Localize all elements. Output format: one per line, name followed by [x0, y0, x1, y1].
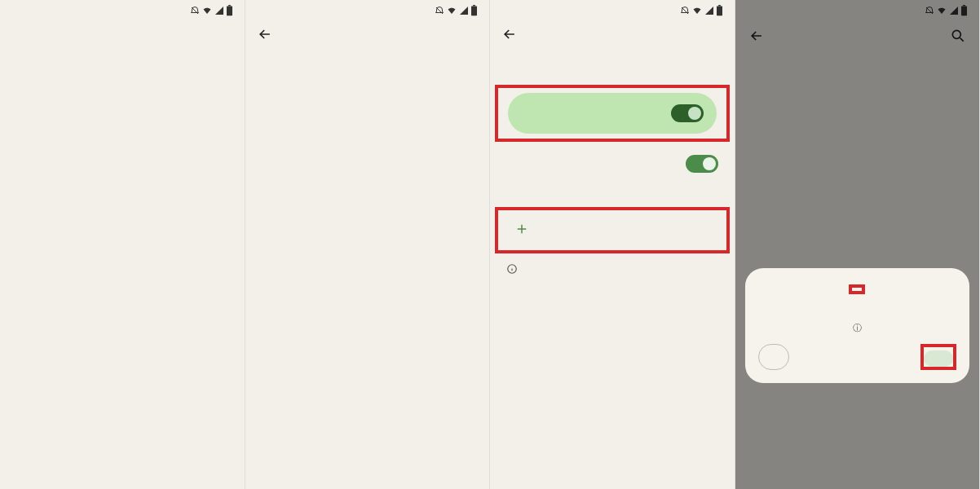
use-live-translate-highlight: [495, 85, 730, 142]
svg-rect-8: [963, 5, 965, 6]
appbar: [735, 20, 980, 55]
back-icon[interactable]: [501, 26, 518, 42]
status-bar: [490, 0, 735, 20]
system-settings-screen: [245, 0, 491, 489]
language-details-sheet: ⓘ: [745, 268, 970, 383]
svg-rect-4: [717, 6, 722, 15]
page-title: [245, 44, 490, 85]
status-icons: [680, 5, 723, 19]
battery-icon: [716, 5, 723, 19]
translate-to-row[interactable]: [490, 181, 735, 196]
settings-main-screen: [0, 0, 245, 489]
svg-rect-2: [471, 6, 477, 15]
toggle-on-icon[interactable]: [686, 155, 718, 173]
page-title: [490, 44, 735, 85]
live-translate-screen: [490, 0, 735, 489]
appbar: [490, 20, 735, 44]
info-icon: [506, 267, 518, 276]
back-icon[interactable]: [748, 28, 765, 47]
battery-icon: [960, 5, 968, 19]
svg-rect-7: [961, 6, 967, 15]
dnd-icon: [680, 6, 690, 18]
sheet-language-title: [849, 284, 865, 294]
dnd-icon: [190, 6, 200, 18]
sheet-info: ⓘ: [758, 317, 957, 344]
status-bar: [245, 0, 490, 20]
wifi-icon: [691, 6, 703, 18]
dnd-icon: [435, 6, 444, 18]
settings-list: [0, 20, 245, 28]
signal-icon: [459, 6, 469, 18]
add-language-button[interactable]: [498, 210, 726, 250]
wifi-only-row[interactable]: [490, 147, 735, 181]
status-icons: [190, 5, 233, 19]
signal-icon: [704, 6, 714, 18]
battery-icon: [470, 5, 478, 19]
sheet-actions: [758, 344, 957, 370]
back-icon[interactable]: [257, 26, 273, 42]
system-list: [245, 85, 490, 93]
use-live-translate-toggle-row[interactable]: [508, 93, 717, 134]
battery-icon: [226, 5, 233, 19]
add-language-button[interactable]: [924, 350, 953, 367]
status-bar: [0, 0, 245, 20]
signal-icon: [214, 6, 224, 18]
svg-rect-3: [473, 5, 475, 6]
svg-rect-0: [227, 6, 232, 15]
cancel-button[interactable]: [758, 344, 789, 370]
info-icon: ⓘ: [853, 323, 862, 333]
toggle-on-icon[interactable]: [671, 104, 704, 122]
wifi-icon: [936, 6, 947, 18]
svg-rect-1: [228, 5, 231, 6]
appbar: [245, 20, 490, 44]
add-language-highlight: [495, 207, 730, 253]
status-icons: [435, 5, 478, 19]
features-grid: [758, 309, 957, 317]
translate-from-header: [490, 196, 735, 205]
wifi-icon: [446, 6, 457, 18]
wifi-icon: [201, 6, 213, 18]
status-bar: [735, 0, 980, 20]
svg-point-9: [952, 30, 960, 38]
add-language-highlight: [920, 344, 956, 370]
search-icon[interactable]: [950, 28, 966, 47]
status-icons: [925, 5, 968, 19]
signal-icon: [949, 6, 959, 18]
svg-rect-5: [718, 5, 721, 6]
live-translate-info-block: [490, 255, 735, 293]
add-language-screen: ⓘ: [735, 0, 981, 489]
plus-icon: [514, 222, 529, 239]
dnd-icon: [925, 6, 934, 18]
